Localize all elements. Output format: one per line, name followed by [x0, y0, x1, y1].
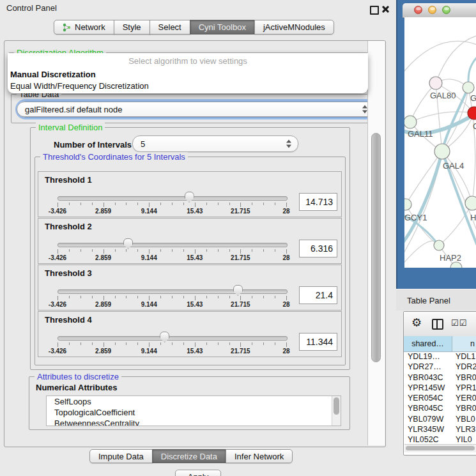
threshold-slider-track[interactable]: [58, 289, 288, 294]
slider-tick: [104, 203, 104, 207]
slider-tick: [183, 342, 184, 345]
table-row[interactable]: YBR043CYBR0: [404, 373, 476, 383]
algorithm-popup-hint: Select algorithm to view settings: [8, 53, 368, 68]
minimize-traffic-light[interactable]: [428, 6, 436, 14]
network-node-h[interactable]: [465, 196, 476, 210]
select-columns-icon[interactable]: ☑☑: [451, 318, 467, 328]
tab-infer-network[interactable]: Infer Network: [226, 449, 293, 463]
table-data-combobox[interactable]: galFiltered.sif default node: [17, 102, 374, 117]
network-node-label: GAL80: [430, 91, 456, 100]
table-row[interactable]: YDL19…YDL1: [404, 352, 476, 362]
slider-tick: [115, 203, 116, 205]
threshold-value-field[interactable]: 14.713: [299, 193, 337, 211]
cell-shared-name: YDR27…: [404, 362, 452, 372]
tab-label: Impute Data: [98, 452, 144, 461]
close-icon[interactable]: [381, 5, 390, 13]
scrollbar-thumb[interactable]: [371, 133, 381, 362]
slider-tick: [149, 296, 150, 300]
column-header-shared-name[interactable]: shared…: [404, 336, 452, 352]
tab-cyni-toolbox[interactable]: Cyni Toolbox: [190, 20, 255, 35]
threshold-slider-track[interactable]: [58, 336, 288, 341]
network-window-titlebar[interactable]: [403, 3, 476, 18]
slider-tick: [275, 342, 275, 345]
network-node-hap2[interactable]: [434, 240, 444, 250]
close-traffic-light[interactable]: [414, 6, 422, 14]
attributes-scrollbar[interactable]: [332, 396, 341, 426]
table-row[interactable]: YBR045CYBR0: [404, 404, 476, 414]
slider-tick: [172, 203, 173, 205]
tab-discretize-data[interactable]: Discretize Data: [152, 449, 226, 463]
tab-select[interactable]: Select: [150, 20, 190, 35]
tab-impute-data[interactable]: Impute Data: [89, 449, 153, 463]
tab-jactivemnodules[interactable]: jActiveMNodules: [254, 20, 334, 35]
tab-label: Select: [158, 22, 181, 32]
attribute-item-betweennesscentrality[interactable]: BetweennessCentrality: [47, 418, 341, 426]
table-hscrollbar[interactable]: [404, 444, 476, 452]
scrollbar-thumb[interactable]: [334, 397, 339, 415]
table-toolbar: ⚙ ☑☑: [404, 312, 476, 337]
column-header-name[interactable]: n: [452, 336, 476, 352]
algorithm-option-equal-width-frequency-discretization[interactable]: Equal Width/Frequency Discretization: [8, 80, 368, 91]
cell-name: YBL0: [452, 415, 476, 425]
network-node-ga[interactable]: [463, 82, 474, 93]
cell-name: YDR2: [452, 362, 476, 372]
numerical-attributes-list[interactable]: SelfLoopsTopologicalCoefficientBetweenne…: [46, 395, 341, 426]
threshold-slider-thumb[interactable]: [185, 192, 194, 203]
attribute-item-topologicalcoefficient[interactable]: TopologicalCoefficient: [47, 407, 341, 418]
slider-tick: [92, 342, 93, 345]
scrollbar-thumb[interactable]: [406, 446, 475, 450]
threshold-slider-thumb[interactable]: [123, 238, 133, 249]
table-rows: YDL19…YDL1YDR27…YDR2YBR043CYBR0YPR145WYP…: [404, 352, 476, 446]
slider-tick-label: 2.859: [95, 301, 111, 308]
interval-definition-group: Interval Definition Number of Intervals …: [30, 127, 350, 370]
slider-tick: [286, 296, 287, 300]
attribute-item-selfloops[interactable]: SelfLoops: [47, 396, 341, 407]
slider-tick: [172, 296, 173, 298]
threshold-slider-track[interactable]: [58, 196, 288, 201]
slider-tick: [81, 203, 81, 205]
network-node-gcy1[interactable]: [404, 199, 411, 210]
algorithm-option-manual-discretization[interactable]: Manual Discretization: [8, 68, 368, 80]
interval-definition-group-title: Interval Definition: [36, 123, 105, 132]
slider-tick: [263, 249, 264, 252]
slider-tick: [206, 249, 207, 252]
network-node-gal4[interactable]: [434, 144, 450, 159]
slider-tick: [240, 342, 241, 347]
cell-shared-name: YER054C: [404, 394, 452, 404]
slider-tick: [92, 249, 93, 252]
network-node-gal11[interactable]: [404, 116, 417, 128]
cell-name: YER0: [452, 394, 476, 404]
slider-tick: [137, 249, 138, 252]
gear-icon[interactable]: ⚙: [411, 317, 422, 328]
slider-tick: [81, 342, 81, 345]
table-row[interactable]: YLR345WYLR3: [404, 425, 476, 435]
tab-network[interactable]: Network: [54, 20, 114, 35]
split-view-icon[interactable]: [432, 319, 443, 330]
slider-tick: [195, 342, 196, 347]
table-row[interactable]: YER054CYER0: [404, 394, 476, 404]
table-row[interactable]: YBL079WYBL0: [404, 415, 476, 425]
slider-tick-label: 21.715: [231, 348, 250, 355]
float-window-icon[interactable]: [370, 6, 379, 15]
number-of-intervals-combobox[interactable]: 5: [132, 135, 298, 152]
table-row[interactable]: YDR27…YDR2: [404, 362, 476, 372]
threshold-value-field[interactable]: 11.344: [299, 333, 337, 351]
table-row[interactable]: YPR145WYPR1: [404, 383, 476, 394]
network-node-gal80[interactable]: [429, 77, 442, 89]
threshold-value-field[interactable]: 21.4: [299, 286, 337, 304]
apply-button[interactable]: Apply: [175, 470, 221, 476]
control-panel-titlebar: Control Panel: [0, 0, 396, 15]
threshold-slider-thumb[interactable]: [233, 285, 243, 296]
control-panel-scrollbar[interactable]: [367, 41, 385, 445]
slider-tick: [195, 249, 196, 254]
network-canvas[interactable]: GAL80GACGAL11GAL4GCY1HHAP2: [404, 17, 476, 268]
threshold-value-field[interactable]: 6.316: [299, 240, 337, 257]
threshold-slider-thumb[interactable]: [160, 332, 169, 342]
threshold-slider-track[interactable]: [58, 243, 288, 247]
slider-tick: [81, 296, 81, 298]
slider-tick: [69, 203, 70, 205]
slider-tick: [229, 203, 230, 205]
zoom-traffic-light[interactable]: [442, 6, 450, 14]
slider-tick: [229, 342, 230, 345]
tab-style[interactable]: Style: [114, 20, 150, 35]
